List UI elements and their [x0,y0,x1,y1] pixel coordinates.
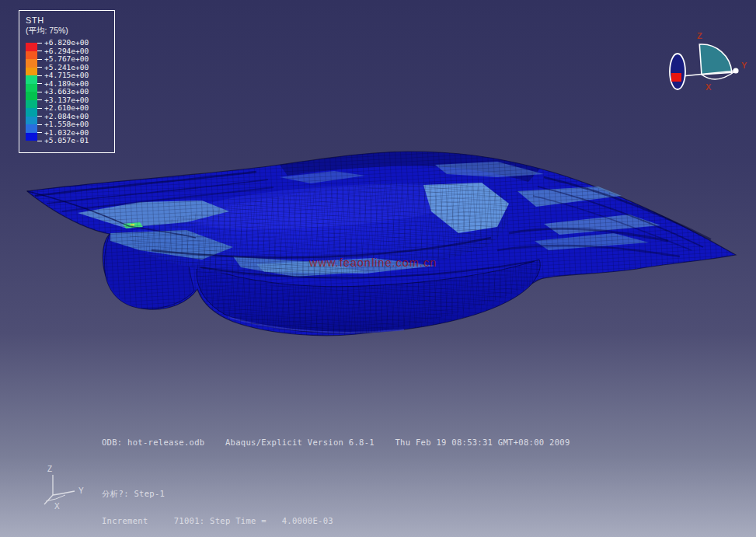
legend-tick [37,92,42,92]
legend-value: +1.558e+00 [37,120,89,129]
axes-triad: Z Y X [37,462,92,515]
legend-band [26,75,37,84]
legend-tick [37,43,42,44]
legend-labels: +6.820e+00+6.294e+00+5.767e+00+5.241e+00… [37,39,89,145]
deformed-mesh-model [27,152,736,336]
legend-band [26,124,37,133]
legend-value: +5.057e-01 [37,137,89,145]
legend-band [26,108,37,117]
legend-tick [37,51,42,51]
triad-y-label: Y [78,486,84,495]
legend-tick [37,67,42,68]
legend-title: STH [26,16,111,26]
legend-bands [26,43,37,141]
triad-z-label: Z [47,465,52,473]
legend-band [26,59,37,68]
view-compass[interactable]: Z Y X [659,22,754,93]
step-line: 分析?: Step-1 [102,490,333,499]
legend-band [26,68,37,76]
abaqus-viewport: www.feaonline.com.cn STH (平均: 75%) +6.82… [0,0,756,537]
legend-tick [37,132,42,133]
legend-value: +2.610e+00 [37,104,89,113]
legend-band [26,133,37,141]
legend-value: +5.767e+00 [37,55,89,64]
legend-subtitle: (平均: 75%) [26,26,111,36]
analysis-state-block: 分析?: Step-1 Increment 71001: Step Time =… [102,471,333,537]
legend-value: +3.663e+00 [37,88,89,96]
watermark: www.feaonline.com.cn [309,256,437,269]
legend-tick [37,108,42,109]
legend-band [26,100,37,109]
legend-band [26,84,37,92]
legend-tick [37,141,42,141]
triad-x-axis [44,495,53,504]
legend-value: +4.715e+00 [37,71,89,80]
legend-color-bar: +6.820e+00+6.294e+00+5.767e+00+5.241e+00… [26,39,111,146]
triad-arc [46,495,65,501]
compass-y-label: Y [741,61,747,70]
compass-z-label: Z [697,31,702,40]
compass-handle[interactable] [671,73,681,82]
odb-status-line: ODB: hot-release.odb Abaqus/Explicit Ver… [102,438,570,447]
compass-x-label: X [705,82,712,92]
legend-tick [37,116,42,117]
legend-band [26,117,37,125]
legend-tick [37,83,42,84]
legend-value: +6.820e+00 [37,39,89,47]
legend-tick [37,124,42,125]
compass-y-knob[interactable] [733,68,738,73]
legend-band [26,92,37,100]
legend-band [26,51,37,60]
triad-y-axis [53,491,75,495]
compass-fan[interactable] [699,42,732,75]
triad-x-label: X [54,502,60,511]
legend-tick [37,99,42,100]
increment-line: Increment 71001: Step Time = 4.0000E-03 [102,517,333,526]
legend-band [26,43,37,51]
contour-legend: STH (平均: 75%) +6.820e+00+6.294e+00+5.767… [19,10,115,153]
legend-tick [37,59,42,60]
legend-tick [37,75,42,76]
compass-disc[interactable] [670,54,685,89]
